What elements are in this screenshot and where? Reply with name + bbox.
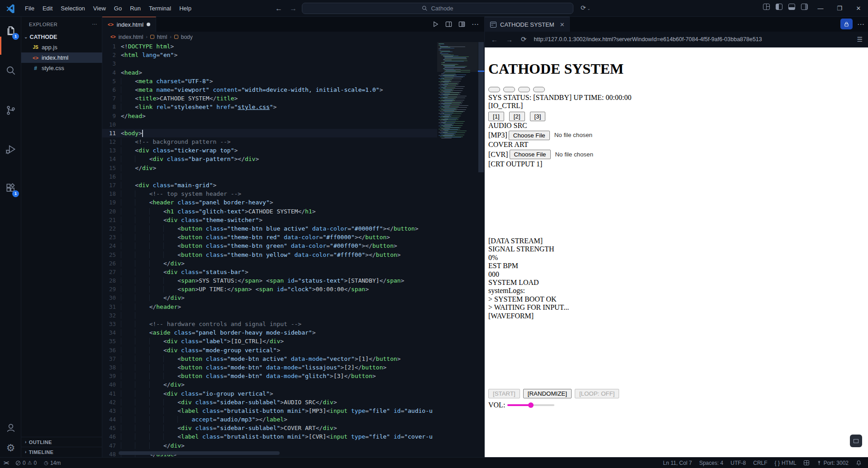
code-line[interactable]: 35 <div class="label">[IO_CTRL]</div>: [102, 337, 437, 345]
file-row-appjs[interactable]: JS app.js: [21, 42, 102, 52]
mode-button-1[interactable]: [1]: [488, 112, 504, 121]
code-line[interactable]: 47 </div>: [102, 441, 437, 450]
theme-button-green[interactable]: [518, 87, 530, 92]
split-editor-icon[interactable]: [458, 21, 465, 28]
code-line[interactable]: 18 <!-- top system header -->: [102, 189, 437, 198]
code-line[interactable]: 45 <div class="sidebar-sublabel">COVER A…: [102, 424, 437, 432]
code-line[interactable]: 30 </div>: [102, 293, 437, 302]
customize-layout-icon[interactable]: [763, 4, 770, 10]
remote-indicator[interactable]: ><: [0, 458, 12, 468]
code-line[interactable]: 10: [102, 120, 437, 129]
menu-terminal[interactable]: Terminal: [145, 3, 175, 14]
code-line[interactable]: 43 <label class="brutalist-button mini">…: [102, 407, 437, 415]
code-line[interactable]: 15 </div>: [102, 164, 437, 172]
reload-icon[interactable]: ⟳: [521, 35, 527, 43]
code-line[interactable]: 40 </div>: [102, 380, 437, 389]
run-preview-icon[interactable]: [432, 21, 439, 28]
code-line[interactable]: 27 <div class="status-bar">: [102, 268, 437, 276]
horizontal-scrollbar[interactable]: [119, 451, 280, 455]
sync-dropdown-icon[interactable]: ⟳ ⌄: [581, 4, 591, 11]
vertical-scrollbar[interactable]: [478, 42, 484, 457]
search-activity-button[interactable]: [0, 60, 21, 81]
url-input[interactable]: http://127.0.0.1:3002/index.html?serverW…: [534, 36, 762, 43]
open-preview-side-icon[interactable]: [445, 21, 452, 28]
settings-gear-button[interactable]: ⚙: [0, 437, 21, 459]
code-line[interactable]: 17 <div class="main-grid">: [102, 181, 437, 189]
menu-selection[interactable]: Selection: [57, 3, 89, 14]
toggle-panel-icon[interactable]: [788, 4, 795, 10]
code-line[interactable]: 13 <div class="ticker-wrap top">: [102, 146, 437, 155]
minimap[interactable]: [437, 42, 478, 457]
code-line[interactable]: 2<html lang="en">: [102, 51, 437, 59]
code-line[interactable]: 36 <div class="mode-group vertical">: [102, 346, 437, 355]
close-icon[interactable]: ✕: [560, 21, 565, 28]
eol-setting[interactable]: CRLF: [749, 458, 771, 468]
file-row-stylecss[interactable]: # style.css: [21, 63, 102, 73]
menu-edit[interactable]: Edit: [38, 3, 57, 14]
panel-more-actions-icon[interactable]: ⋯: [857, 20, 864, 28]
code-line[interactable]: 19 <header class="panel border-heavy">: [102, 198, 437, 207]
notifications-bell[interactable]: [852, 458, 865, 468]
extensions-activity-button[interactable]: 1: [0, 177, 21, 199]
code-line[interactable]: 20 <h1 class="glitch-text">CATHODE SYSTE…: [102, 207, 437, 216]
lock-button[interactable]: [840, 19, 853, 29]
code-line[interactable]: 7 <title>CATHODE SYSTEM</title>: [102, 94, 437, 103]
sidebar-more-actions-icon[interactable]: ⋯: [92, 21, 97, 27]
breadcrumb[interactable]: <> index.html › html › body: [102, 32, 484, 42]
choose-file-button-audio[interactable]: Choose File: [509, 131, 550, 140]
code-line[interactable]: 21 <div class="theme-switcher">: [102, 216, 437, 224]
mode-button-2[interactable]: [2]: [509, 112, 525, 121]
cursor-position[interactable]: Ln 11, Col 7: [659, 458, 696, 468]
tab-cathode-system[interactable]: CATHODE SYSTEM ✕: [485, 17, 570, 32]
menu-help[interactable]: Help: [175, 3, 196, 14]
code-line[interactable]: 23 <button class="theme-btn red" data-co…: [102, 233, 437, 241]
code-line[interactable]: 11<body>: [102, 129, 437, 137]
code-line[interactable]: 26 </div>: [102, 259, 437, 268]
code-line[interactable]: 6 <meta name="viewport" content="width=d…: [102, 85, 437, 94]
editor-more-actions-icon[interactable]: ⋯: [472, 20, 479, 28]
theme-button-red[interactable]: [503, 87, 515, 92]
menu-go[interactable]: Go: [110, 3, 126, 14]
language-mode[interactable]: { } HTML: [771, 458, 800, 468]
code-line[interactable]: 12 <!-- background pattern -->: [102, 137, 437, 146]
indentation-setting[interactable]: Spaces: 4: [696, 458, 727, 468]
preview-start-button[interactable]: [START]: [488, 389, 520, 398]
modified-dot-icon[interactable]: [147, 23, 150, 26]
code-line[interactable]: 38 <button class="mode-btn" data-mode="l…: [102, 363, 437, 372]
tab-indexhtml[interactable]: <> index.html: [102, 17, 156, 32]
toggle-sidebar-icon[interactable]: [776, 4, 782, 10]
history-back-icon[interactable]: ←: [275, 5, 282, 13]
restore-button[interactable]: ❐: [830, 0, 849, 17]
folder-row-cathode[interactable]: ⌄ CATHODE: [21, 32, 102, 42]
code-editor[interactable]: 1<!DOCTYPE html>2<html lang="en">34<head…: [102, 42, 484, 457]
live-server-port[interactable]: Port: 3002: [813, 458, 852, 468]
code-line[interactable]: 39 <button class="mode-btn" data-mode="g…: [102, 372, 437, 380]
hamburger-menu-icon[interactable]: ☰: [857, 36, 863, 43]
time-tracker[interactable]: ◷ 14m: [40, 458, 64, 468]
floating-tool-button[interactable]: [850, 435, 862, 447]
source-control-activity-button[interactable]: [0, 99, 21, 121]
history-forward-icon[interactable]: →: [290, 5, 297, 13]
code-line[interactable]: 46 <label class="brutalist-button mini">…: [102, 432, 437, 441]
code-line[interactable]: 3: [102, 59, 437, 68]
code-line[interactable]: 24 <button class="theme-btn green" data-…: [102, 241, 437, 250]
scrollbar-thumb[interactable]: [478, 42, 484, 172]
file-row-indexhtml[interactable]: <> index.html: [21, 52, 102, 63]
browser-preview-indicator[interactable]: [800, 458, 813, 468]
code-line[interactable]: 25 <button class="theme-btn yellow" data…: [102, 251, 437, 259]
run-debug-activity-button[interactable]: [0, 138, 21, 160]
code-line[interactable]: 31 </header>: [102, 303, 437, 311]
browser-forward-icon[interactable]: →: [506, 36, 513, 43]
code-line[interactable]: 16: [102, 172, 437, 181]
mode-button-3[interactable]: [3]: [530, 112, 546, 121]
problems-indicator[interactable]: 0 ⚠ 0: [12, 458, 40, 468]
preview-randomize-button[interactable]: [RANDOMIZE]: [523, 389, 572, 398]
choose-file-button-cover[interactable]: Choose File: [510, 150, 551, 159]
menu-file[interactable]: File: [21, 3, 38, 14]
menu-run[interactable]: Run: [126, 3, 145, 14]
command-search-input[interactable]: Cathode: [302, 3, 573, 14]
code-line[interactable]: 44 accept="audio/mp3"></label>: [102, 415, 437, 424]
outline-section[interactable]: › OUTLINE: [21, 437, 102, 447]
slider-thumb-icon[interactable]: [528, 402, 534, 408]
code-line[interactable]: 4<head>: [102, 68, 437, 77]
